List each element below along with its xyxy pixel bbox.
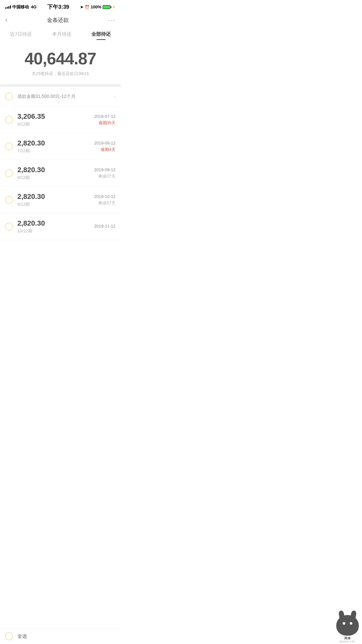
install-left: 2,820.30 9/12期 — [5, 192, 45, 207]
tab-all[interactable]: 全部待还 — [91, 31, 111, 40]
install-left: 3,206.35 6/12期 — [5, 112, 45, 127]
installments-list: 3,206.35 6/12期 2019-07-12 逾期35天 2,820.30… — [0, 107, 121, 240]
status-right: ➤ ⏰ 100% ⚡ — [80, 5, 116, 9]
install-left: 2,820.30 8/12期 — [5, 166, 45, 181]
network-label: 4G — [31, 5, 36, 9]
summary-subtitle: 共25笔待还，最近还款日08/16 — [5, 71, 116, 77]
signal-icon — [5, 5, 11, 9]
install-amount: 3,206.35 — [17, 112, 45, 121]
installment-item[interactable]: 2,820.30 7/12期 2019-08-12 逾期4天 — [0, 133, 121, 160]
install-left: 2,820.30 10/12期 — [5, 219, 45, 234]
install-left: 2,820.30 7/12期 — [5, 139, 45, 154]
page-title: 金条还款 — [47, 16, 69, 24]
install-status: 逾期4天 — [101, 147, 116, 153]
back-button[interactable]: ‹ — [5, 16, 7, 24]
install-amount: 2,820.30 — [17, 166, 45, 174]
install-status: 剩余57天 — [98, 200, 116, 206]
installment-item[interactable]: 2,820.30 9/12期 2019-10-12 剩余57天 — [0, 187, 121, 213]
location-icon: ➤ — [80, 5, 83, 9]
install-status: 剩余27天 — [98, 173, 116, 179]
install-period: 8/12期 — [17, 175, 45, 181]
install-checkbox-2[interactable] — [5, 169, 13, 177]
install-right: 2019-09-12 剩余27天 — [94, 167, 116, 179]
install-date: 2019-11-12 — [94, 224, 116, 229]
battery-percent: 100% — [91, 5, 101, 9]
status-bar: 中国移动 4G 下午3:39 ➤ ⏰ 100% ⚡ — [0, 0, 121, 13]
install-status: 逾期35天 — [98, 120, 116, 126]
install-period: 9/12期 — [17, 201, 45, 207]
installment-item[interactable]: 3,206.35 6/12期 2019-07-12 逾期35天 — [0, 107, 121, 133]
chevron-right-icon: › — [114, 94, 116, 99]
loan-group-title: 借款金额31,500.00元-12个月 — [17, 94, 76, 99]
battery-icon — [103, 5, 110, 9]
install-info: 3,206.35 6/12期 — [17, 112, 45, 127]
install-checkbox-4[interactable] — [5, 223, 13, 230]
tab-month[interactable]: 本月待还 — [52, 31, 71, 40]
installment-item[interactable]: 2,820.30 8/12期 2019-09-12 剩余27天 — [0, 160, 121, 187]
install-period: 6/12期 — [17, 121, 45, 127]
loan-group-checkbox[interactable] — [5, 93, 13, 100]
install-amount: 2,820.30 — [17, 192, 45, 201]
section-divider — [0, 84, 121, 87]
loan-group-left: 借款金额31,500.00元-12个月 — [5, 93, 76, 100]
install-period: 7/12期 — [17, 148, 45, 154]
install-right: 2019-10-12 剩余57天 — [94, 194, 116, 206]
install-date: 2019-08-12 — [94, 141, 116, 145]
more-button[interactable]: ··· — [108, 16, 116, 24]
total-amount: 40,644.87 — [5, 49, 116, 68]
alarm-icon: ⏰ — [85, 5, 89, 9]
install-info: 2,820.30 9/12期 — [17, 192, 45, 207]
install-checkbox-1[interactable] — [5, 143, 13, 150]
installment-item[interactable]: 2,820.30 10/12期 2019-11-12 — [0, 213, 121, 240]
install-date: 2019-09-12 — [94, 167, 116, 172]
install-date: 2019-07-12 — [94, 114, 116, 119]
loan-group-header[interactable]: 借款金额31,500.00元-12个月 › — [0, 87, 121, 107]
install-info: 2,820.30 8/12期 — [17, 166, 45, 181]
tab-bar: 近7日待还 本月待还 全部待还 — [0, 27, 121, 40]
install-amount: 2,820.30 — [17, 139, 45, 147]
install-right: 2019-08-12 逾期4天 — [94, 141, 116, 153]
status-left: 中国移动 4G — [5, 4, 36, 10]
install-right: 2019-07-12 逾期35天 — [94, 114, 116, 126]
install-period: 10/12期 — [17, 228, 45, 234]
time-label: 下午3:39 — [47, 3, 69, 11]
summary-section: 40,644.87 共25笔待还，最近还款日08/16 — [0, 40, 121, 84]
install-right: 2019-11-12 — [94, 224, 116, 230]
install-date: 2019-10-12 — [94, 194, 116, 199]
nav-bar: ‹ 金条还款 ··· — [0, 13, 121, 27]
install-checkbox-0[interactable] — [5, 116, 13, 124]
install-amount: 2,820.30 — [17, 219, 45, 228]
tab-7days[interactable]: 近7日待还 — [10, 31, 32, 40]
charging-icon: ⚡ — [112, 5, 116, 9]
carrier-label: 中国移动 — [12, 4, 29, 10]
install-info: 2,820.30 10/12期 — [17, 219, 45, 234]
install-info: 2,820.30 7/12期 — [17, 139, 45, 154]
install-checkbox-3[interactable] — [5, 196, 13, 204]
